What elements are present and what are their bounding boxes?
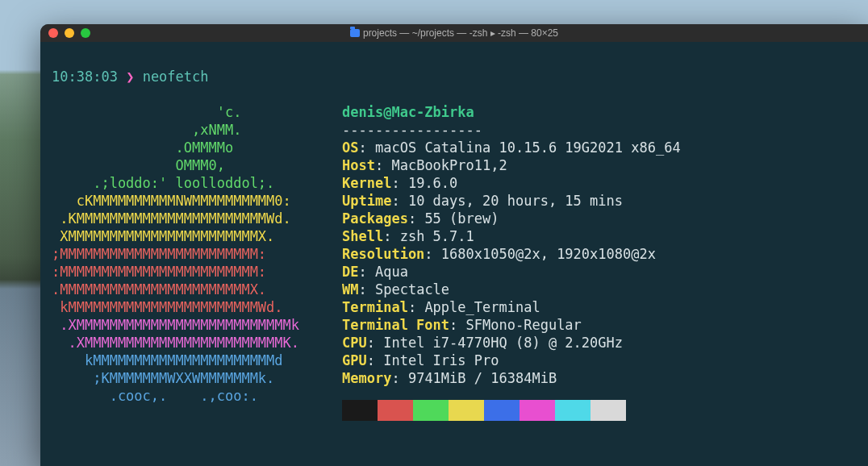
prompt-command: neofetch: [143, 68, 209, 85]
kernel-value: 19.6.0: [408, 175, 457, 191]
ascii-logo: 'c. ,xNMM. .OMMMMo OMMM0, .;loddo:' lool…: [52, 103, 342, 421]
ascii-line: 'c.: [52, 104, 241, 120]
host-value: MacBookPro11,2: [391, 157, 507, 173]
terminal-value: Apple_Terminal: [424, 299, 540, 315]
memory-label: Memory: [342, 370, 391, 386]
ascii-line: .XMMMMMMMMMMMMMMMMMMMMMMMMK.: [52, 335, 299, 351]
color-swatch: [449, 400, 484, 421]
wm-label: WM: [342, 281, 358, 297]
de-value: Aqua: [375, 264, 408, 280]
minimize-button[interactable]: [65, 28, 74, 38]
ascii-line: ;MMMMMMMMMMMMMMMMMMMMMMMM:: [52, 246, 266, 262]
separator: -----------------: [342, 122, 482, 138]
ascii-line: ,xNMM.: [52, 122, 241, 138]
ascii-line: ;KMMMMMMMWXXWMMMMMMMk.: [52, 370, 274, 386]
color-swatch: [413, 400, 449, 421]
ascii-line: cKMMMMMMMMMMNWMMMMMMMMMM0:: [52, 193, 291, 209]
de-label: DE: [342, 264, 358, 280]
packages-label: Packages: [342, 210, 408, 227]
window-title: projects — ~/projects — -zsh ▸ -zsh — 80…: [40, 27, 868, 39]
cpu-label: CPU: [342, 335, 367, 351]
user-host: denis@Mac-Zbirka: [342, 104, 474, 120]
cpu-value: Intel i7-4770HQ (8) @ 2.20GHz: [383, 335, 623, 351]
packages-value: 55 (brew): [424, 210, 499, 227]
color-swatch: [590, 400, 626, 421]
os-value: macOS Catalina 10.15.6 19G2021 x86_64: [375, 139, 681, 156]
terminal-content[interactable]: 10:38:03 ❯ neofetch 'c. ,xNMM. .OMMMMo O…: [40, 42, 868, 466]
os-label: OS: [342, 139, 358, 156]
resolution-label: Resolution: [342, 246, 424, 262]
color-swatch: [378, 400, 413, 421]
desktop-background: projects — ~/projects — -zsh ▸ -zsh — 80…: [0, 0, 868, 466]
ascii-line: XMMMMMMMMMMMMMMMMMMMMMMMX.: [52, 228, 274, 244]
prompt-line: 10:38:03 ❯ neofetch: [52, 68, 857, 85]
neofetch-output: 'c. ,xNMM. .OMMMMo OMMM0, .;loddo:' lool…: [52, 103, 857, 421]
prompt-arrow: ❯: [126, 68, 134, 85]
window-title-text: projects — ~/projects — -zsh ▸ -zsh — 80…: [363, 27, 558, 39]
color-swatch: [342, 400, 378, 421]
close-button[interactable]: [48, 28, 58, 38]
ascii-line: .;loddo:' loolloddol;.: [52, 175, 274, 191]
shell-label: Shell: [342, 228, 383, 244]
resolution-value: 1680x1050@2x, 1920x1080@2x: [441, 246, 656, 262]
title-bar[interactable]: projects — ~/projects — -zsh ▸ -zsh — 80…: [40, 24, 868, 42]
ascii-line: .XMMMMMMMMMMMMMMMMMMMMMMMMMMk: [52, 317, 299, 333]
maximize-button[interactable]: [81, 28, 90, 38]
gpu-value: Intel Iris Pro: [383, 352, 499, 368]
ascii-line: .cooc,. .,coo:.: [52, 388, 258, 404]
color-swatch: [555, 400, 590, 421]
color-swatch: [484, 400, 520, 421]
font-value: SFMono-Regular: [466, 317, 582, 333]
ascii-line: :MMMMMMMMMMMMMMMMMMMMMMMM:: [52, 264, 266, 280]
font-label: Terminal Font: [342, 317, 449, 333]
wm-value: Spectacle: [375, 281, 449, 297]
color-swatches: [342, 400, 857, 421]
traffic-lights: [40, 28, 90, 38]
terminal-label: Terminal: [342, 299, 408, 315]
ascii-line: .OMMMMo: [52, 139, 233, 156]
gpu-label: GPU: [342, 352, 367, 368]
ascii-line: .MMMMMMMMMMMMMMMMMMMMMMMX.: [52, 281, 266, 297]
color-swatch: [520, 400, 555, 421]
system-info: denis@Mac-Zbirka ----------------- OS: m…: [342, 103, 857, 421]
terminal-window[interactable]: projects — ~/projects — -zsh ▸ -zsh — 80…: [40, 24, 868, 466]
ascii-line: .KMMMMMMMMMMMMMMMMMMMMMMMWd.: [52, 210, 291, 227]
memory-value: 9741MiB / 16384MiB: [408, 370, 557, 386]
ascii-line: OMMM0,: [52, 157, 225, 173]
ascii-line: kMMMMMMMMMMMMMMMMMMMMMMMWd.: [52, 299, 283, 315]
host-label: Host: [342, 157, 375, 173]
uptime-label: Uptime: [342, 193, 391, 209]
shell-value: zsh 5.7.1: [400, 228, 474, 244]
kernel-label: Kernel: [342, 175, 391, 191]
prompt-time: 10:38:03: [52, 68, 118, 85]
folder-icon: [350, 29, 360, 37]
ascii-line: kMMMMMMMMMMMMMMMMMMMMMMd: [52, 352, 283, 368]
uptime-value: 10 days, 20 hours, 15 mins: [408, 193, 623, 209]
